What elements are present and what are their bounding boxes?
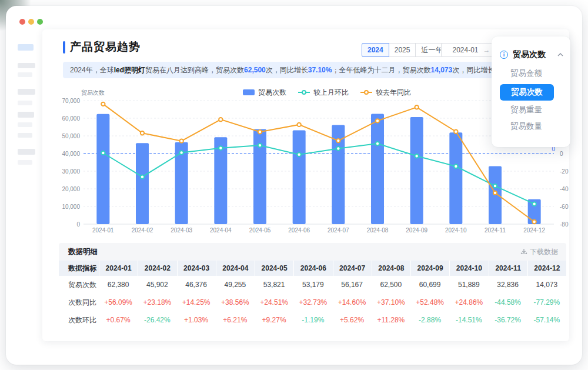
summary-segment: ；全年低峰为十二月，贸易次数 — [332, 66, 430, 74]
sidebar-item[interactable] — [18, 72, 32, 77]
sidebar-item[interactable] — [18, 149, 35, 155]
mom-point[interactable] — [493, 184, 497, 188]
table-toolbar: 数据明细 下载数据 — [59, 243, 566, 261]
table-cell: -44.58% — [489, 294, 527, 311]
summary-segment: 37.10% — [308, 66, 332, 74]
summary-segment: 次，同比增长 — [452, 66, 495, 74]
page-title: 产品贸易趋势 — [70, 39, 141, 55]
sidebar-item[interactable] — [18, 122, 32, 127]
yoy-point[interactable] — [532, 220, 536, 224]
metric-option-2-selected[interactable]: 贸易次数 — [500, 84, 554, 101]
yoy-point[interactable] — [336, 139, 340, 142]
sidebar-item[interactable] — [18, 133, 32, 138]
table-header-cell: 2024-09 — [411, 261, 449, 276]
table-section-title: 数据明细 — [68, 247, 98, 257]
row-label: 次数环比 — [59, 311, 99, 329]
table-cell: 14,073 — [527, 276, 566, 294]
x-axis-label: 2024-04 — [210, 227, 232, 234]
summary-segment: 次，同比增长 — [266, 66, 308, 74]
metric-option-1[interactable]: 贸易金额 — [492, 66, 570, 81]
x-axis-label: 2024-12 — [523, 227, 545, 234]
right-axis-label: 0 — [560, 151, 563, 157]
yoy-point[interactable] — [179, 139, 183, 142]
mom-point[interactable] — [179, 151, 183, 154]
table-cell: -36.72% — [489, 311, 527, 329]
screenshot-stage: 产品贸易趋势 20242025近一年 2024-01 → 2024-12 202… — [0, 0, 588, 370]
yoy-point[interactable] — [415, 105, 418, 109]
yoy-point[interactable] — [101, 102, 105, 106]
x-axis-label: 2024-06 — [288, 227, 310, 234]
summary-segment: 贸易在八月达到高峰，贸易次数 — [145, 66, 244, 74]
mom-point[interactable] — [532, 202, 536, 206]
mom-point[interactable] — [258, 144, 262, 147]
table-cell: -77.29% — [527, 294, 566, 311]
close-window-icon[interactable] — [19, 19, 25, 25]
trade-count-bar[interactable] — [371, 114, 384, 225]
data-table-section: 数据明细 下载数据 数据指标2024-012024-022024-032024-… — [59, 243, 566, 329]
sidebar-item[interactable] — [18, 101, 32, 105]
table-header-cell: 2024-02 — [138, 261, 176, 276]
mom-point[interactable] — [219, 146, 222, 149]
sidebar-item[interactable] — [18, 160, 32, 165]
table-header-cell: 2024-11 — [489, 261, 527, 276]
minimize-window-icon[interactable] — [28, 19, 34, 25]
download-data-button[interactable]: 下载数据 — [520, 247, 558, 257]
mom-point[interactable] — [454, 165, 457, 168]
mom-point[interactable] — [415, 154, 418, 158]
yoy-point[interactable] — [219, 118, 222, 121]
table-cell: +24.86% — [449, 294, 488, 311]
table-cell: +1.03% — [177, 311, 216, 329]
mom-point[interactable] — [101, 151, 105, 155]
row-label: 贸易次数 — [59, 276, 99, 294]
table-cell: +11.28% — [372, 311, 410, 329]
table-header-cell: 2024-05 — [255, 261, 293, 276]
yoy-point[interactable] — [258, 130, 262, 134]
trade-count-bar[interactable] — [96, 114, 109, 224]
table-cell: -57.14% — [527, 311, 566, 329]
table-cell: +5.62% — [333, 311, 372, 329]
summary-segment: led照明灯 — [114, 66, 145, 74]
table-cell: +52.48% — [410, 294, 449, 311]
trade-count-bar[interactable] — [293, 130, 306, 224]
yoy-point[interactable] — [141, 131, 144, 135]
year-tab-2025[interactable]: 2025 — [389, 43, 416, 57]
table-header-cell: 2024-06 — [294, 261, 332, 276]
table-cell: 51,889 — [449, 276, 488, 294]
trade-count-bar[interactable] — [136, 143, 149, 224]
mom-point[interactable] — [141, 175, 144, 178]
table-header-cell: 2024-01 — [99, 261, 138, 276]
table-cell: 45,902 — [138, 276, 176, 294]
year-tab-2024[interactable]: 2024 — [362, 43, 389, 57]
yoy-point[interactable] — [297, 123, 300, 126]
sidebar-item[interactable] — [18, 112, 34, 118]
metric-option-4[interactable]: 贸易数量 — [492, 119, 570, 134]
trade-count-bar[interactable] — [410, 117, 423, 224]
metric-option-3[interactable]: 贸易重量 — [492, 102, 570, 118]
sidebar-item[interactable] — [18, 63, 35, 68]
yoy-point[interactable] — [454, 130, 457, 134]
table-cell: 60,699 — [410, 276, 449, 294]
right-axis-label: -60 — [560, 204, 569, 210]
left-axis-label: 60,000 — [62, 115, 80, 122]
right-axis-label: -80 — [560, 221, 569, 228]
yoy-point[interactable] — [493, 191, 497, 195]
x-axis-label: 2024-11 — [485, 227, 506, 234]
mom-point[interactable] — [336, 146, 340, 150]
table-cell: 49,255 — [216, 276, 255, 294]
table-cell: -2.88% — [410, 311, 449, 329]
trade-count-bar[interactable] — [449, 132, 462, 224]
title-accent-bar — [63, 41, 65, 54]
mom-point[interactable] — [376, 142, 379, 145]
table-cell: 53,821 — [255, 276, 293, 294]
zoom-window-icon[interactable] — [37, 19, 43, 25]
metric-dropdown-trigger[interactable]: i 贸易次数 — [500, 47, 563, 62]
table-cell: +37.10% — [372, 294, 410, 311]
sidebar-item[interactable] — [18, 89, 35, 95]
mom-point[interactable] — [297, 153, 300, 156]
chevron-up-icon — [557, 53, 563, 56]
sidebar-item-active[interactable] — [18, 44, 34, 51]
table-header-cell: 2024-12 — [528, 261, 566, 276]
yoy-point[interactable] — [376, 119, 379, 122]
left-axis-label: 40,000 — [62, 151, 80, 157]
table-cell: +14.60% — [333, 294, 372, 311]
